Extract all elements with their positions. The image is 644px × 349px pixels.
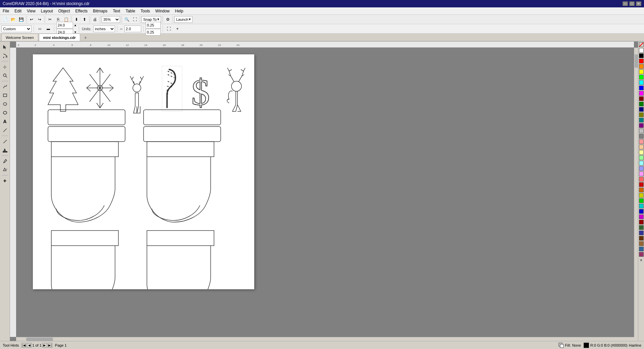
options-button[interactable]: ⚙: [164, 16, 171, 23]
color-peach[interactable]: [639, 145, 644, 149]
color-red2[interactable]: [639, 177, 644, 182]
tab-file[interactable]: mini stockings.cdr: [39, 34, 80, 41]
cut-button[interactable]: ✂: [46, 16, 54, 23]
color-maroon[interactable]: [639, 220, 644, 225]
color-white[interactable]: [639, 48, 644, 53]
nudge2-input[interactable]: [146, 29, 161, 36]
color-darkgreen[interactable]: [639, 102, 644, 106]
first-page-button[interactable]: |◀: [21, 343, 26, 348]
ellipse-tool[interactable]: [1, 100, 9, 108]
color-magenta-light[interactable]: [639, 171, 644, 176]
vertical-scrollbar[interactable]: [634, 48, 638, 337]
color-orange2[interactable]: [639, 188, 644, 192]
redo-button[interactable]: ↪: [36, 16, 43, 23]
canvas-scroll[interactable]: $: [16, 48, 634, 337]
full-screen-button[interactable]: ⛶: [131, 16, 139, 23]
preset-select[interactable]: Custom Letter A4: [1, 26, 32, 32]
next-page-button[interactable]: ▶: [42, 343, 47, 348]
color-gray[interactable]: [639, 134, 644, 139]
rectangle-tool[interactable]: [1, 91, 9, 99]
color-forest[interactable]: [639, 225, 644, 230]
color-darkred[interactable]: [639, 96, 644, 101]
add-tool[interactable]: +: [1, 177, 9, 185]
portrait-button[interactable]: ▭: [36, 25, 43, 33]
undo-button[interactable]: ↩: [28, 16, 35, 23]
prev-page-button[interactable]: ◀: [27, 343, 32, 348]
color-orange[interactable]: [639, 64, 644, 69]
fill-tool[interactable]: [1, 146, 9, 154]
scroll-thumb-v[interactable]: [635, 54, 638, 68]
menu-text[interactable]: Text: [110, 8, 123, 14]
save-button[interactable]: 💾: [17, 16, 25, 23]
selection-tool[interactable]: [1, 43, 9, 51]
zoom-select[interactable]: 35%50%75%100%150%: [102, 16, 120, 23]
print-button[interactable]: 🖨: [91, 16, 99, 23]
close-button[interactable]: ✕: [636, 1, 641, 6]
menu-bitmaps[interactable]: Bitmaps: [90, 8, 110, 14]
pen-tool[interactable]: [1, 137, 9, 145]
color-yellow2[interactable]: [639, 193, 644, 198]
page-width-input[interactable]: [56, 22, 73, 29]
line-tool[interactable]: [1, 126, 9, 134]
menu-effects[interactable]: Effects: [73, 8, 90, 14]
color-yellow[interactable]: [639, 69, 644, 74]
color-red3[interactable]: [639, 182, 644, 187]
tab-add-button[interactable]: +: [82, 34, 89, 41]
menu-window[interactable]: Window: [153, 8, 172, 14]
color-darkblue[interactable]: [639, 107, 644, 112]
color-olive[interactable]: [639, 112, 644, 117]
color-cyan-light[interactable]: [639, 161, 644, 165]
open-button[interactable]: 📂: [9, 16, 17, 23]
landscape-button[interactable]: ▬: [45, 25, 52, 33]
eyedropper-tool[interactable]: [1, 157, 9, 165]
nudge1-input[interactable]: [146, 22, 161, 29]
color-pink-light[interactable]: [639, 139, 644, 144]
horizontal-scrollbar[interactable]: [16, 337, 634, 341]
menu-file[interactable]: File: [0, 8, 12, 14]
minimize-button[interactable]: ─: [623, 1, 628, 6]
more-colors-button[interactable]: ▼: [639, 258, 644, 262]
transform-tool[interactable]: ⊹: [1, 63, 9, 71]
color-blue-light[interactable]: [639, 166, 644, 171]
color-purple[interactable]: [639, 123, 644, 128]
color-red[interactable]: [639, 59, 644, 63]
color-yellow-light[interactable]: [639, 150, 644, 155]
export-button[interactable]: ⬆: [81, 16, 88, 23]
color-blue2[interactable]: [639, 209, 644, 214]
color-wine[interactable]: [639, 252, 644, 257]
tab-welcome[interactable]: Welcome Screen: [1, 34, 38, 41]
color-indigo[interactable]: [639, 231, 644, 235]
menu-edit[interactable]: Edit: [12, 8, 24, 14]
color-tan[interactable]: [639, 241, 644, 246]
menu-view[interactable]: View: [24, 8, 38, 14]
color-black[interactable]: [639, 53, 644, 58]
add-page-button[interactable]: +: [174, 25, 181, 33]
new-button[interactable]: 📄: [1, 16, 9, 23]
polygon-tool[interactable]: [1, 109, 9, 117]
scroll-thumb-h[interactable]: [26, 338, 53, 341]
units-select[interactable]: inchesmmcmpixels: [93, 26, 115, 32]
node-tool[interactable]: [1, 52, 9, 60]
color-magenta[interactable]: [639, 91, 644, 96]
menu-help[interactable]: Help: [172, 8, 186, 14]
color-cyan[interactable]: [639, 80, 644, 85]
text-tool[interactable]: A: [1, 117, 9, 126]
color-brown[interactable]: [639, 236, 644, 241]
menu-table[interactable]: Table: [123, 8, 138, 14]
smart-fill-tool[interactable]: [1, 166, 9, 174]
menu-tools[interactable]: Tools: [138, 8, 153, 14]
menu-object[interactable]: Object: [56, 8, 73, 14]
launch-button[interactable]: Launch ▾: [174, 16, 193, 23]
color-teal2[interactable]: [639, 204, 644, 208]
zoom-in-button[interactable]: 🔍: [123, 16, 130, 23]
color-steel[interactable]: [639, 247, 644, 251]
canvas-area[interactable]: 0 2 4 6 8 10 12 14 16 18 20 22 24: [10, 42, 638, 341]
color-green[interactable]: [639, 75, 644, 80]
freehand-tool[interactable]: [1, 83, 9, 91]
color-purple2[interactable]: [639, 214, 644, 219]
last-page-button[interactable]: ▶|: [48, 343, 52, 348]
zoom-tool[interactable]: [1, 71, 9, 80]
color-green-light[interactable]: [639, 155, 644, 160]
no-color-swatch[interactable]: [639, 42, 644, 47]
color-green2[interactable]: [639, 198, 644, 203]
